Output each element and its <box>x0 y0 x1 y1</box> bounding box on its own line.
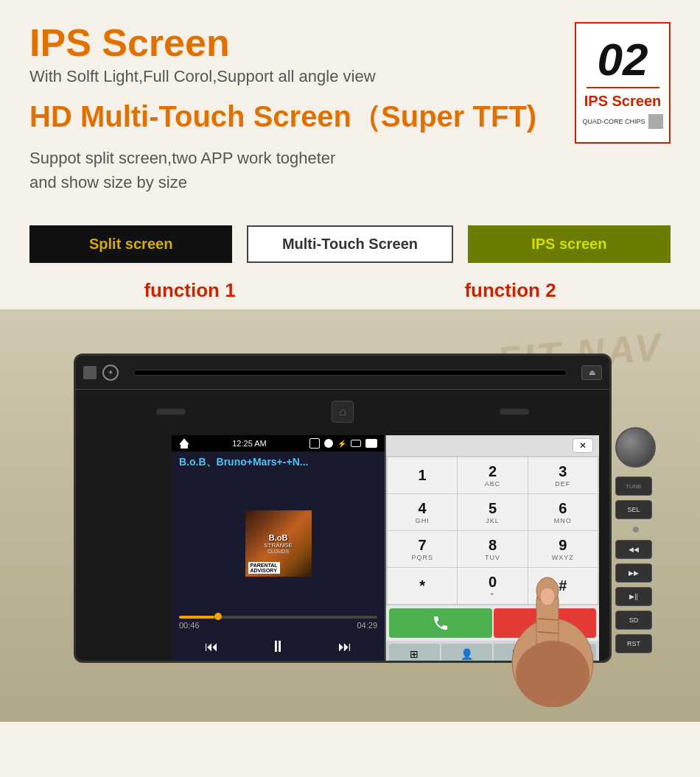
dialer-header: ✕ <box>386 435 599 456</box>
progress-bar-bg[interactable] <box>179 616 377 619</box>
bluetooth-icon: ⚡ <box>337 440 346 448</box>
android-icon <box>365 439 377 448</box>
functions-row: function 1 function 2 <box>29 279 671 302</box>
radio-top-bar: ✦ ⏏ <box>76 356 609 390</box>
music-status-bar: 12:25 AM ⚡ <box>172 435 385 451</box>
music-panel: 12:25 AM ⚡ B.o.B、Bruno+Mars+-+N... B <box>172 435 385 663</box>
ips-screen-button[interactable]: IPS screen <box>468 225 671 263</box>
phone-accept-icon <box>432 614 449 632</box>
music-album-area: B.oB STRANGE CLOUDS PARENTALADVISORY <box>172 474 385 613</box>
dialer-key-2[interactable]: 2ABC <box>458 457 527 493</box>
delete-button[interactable]: ✕ <box>573 438 593 453</box>
badge-number: 02 <box>598 37 648 82</box>
bottom-bar-fill <box>156 409 186 415</box>
dialer-key-6[interactable]: 6MNO <box>528 494 598 530</box>
dialer-key-5[interactable]: 5JKL <box>458 494 527 530</box>
next-track-button[interactable]: ⏭ <box>338 639 351 655</box>
badge-box: 02 IPS Screen QUAD-CORE CHIPS <box>575 22 671 144</box>
multi-touch-button[interactable]: Multi-Touch Screen <box>247 225 452 263</box>
bottom-bar-fill-2 <box>500 409 529 415</box>
location-icon <box>324 439 333 448</box>
chips-icon <box>648 114 663 129</box>
svg-point-6 <box>540 588 555 605</box>
support-text: Suppot split screen,two APP work toghete… <box>29 146 671 194</box>
split-screen-button[interactable]: Split screen <box>29 225 232 263</box>
album-art: B.oB STRANGE CLOUDS PARENTALADVISORY <box>245 510 312 577</box>
explicit-label: PARENTALADVISORY <box>248 562 280 574</box>
dialpad-icon-button[interactable]: ⊞ <box>389 644 440 663</box>
mic-dot <box>633 527 639 532</box>
badge-divider <box>587 87 659 88</box>
play-pause-button[interactable]: ⏸ <box>270 637 286 656</box>
dialer-key-4[interactable]: 4GHI <box>388 494 457 530</box>
progress-bar-fill <box>179 616 214 619</box>
time-total: 04:29 <box>357 621 377 630</box>
sun-icon <box>83 366 97 379</box>
music-progress[interactable]: 00:46 04:29 <box>172 613 385 633</box>
function-2-label: function 2 <box>464 279 556 302</box>
car-radio-wrapper: FIT NAV q1 MIC NAVI DISC ⌂ MAP TUNE SE <box>0 309 700 722</box>
call-accept-button[interactable] <box>389 608 492 638</box>
music-song-name: B.o.B、Bruno+Mars+-+N... <box>172 451 385 474</box>
radio-bottom-bar: ⌂ <box>76 390 609 434</box>
star-icon: ✦ <box>102 365 119 381</box>
dialer-key-3[interactable]: 3DEF <box>528 457 598 493</box>
top-icons-left: ✦ <box>83 365 119 381</box>
badge-ips-label: IPS Screen <box>584 93 662 110</box>
progress-dot <box>214 613 222 620</box>
svg-point-3 <box>516 641 589 707</box>
dialer-key-1[interactable]: 1 <box>388 457 457 493</box>
music-controls: ⏮ ⏸ ⏭ <box>172 633 385 663</box>
eject-button[interactable]: ⏏ <box>581 365 602 380</box>
disc-slot <box>133 370 567 376</box>
dialer-key-7[interactable]: 7PQRS <box>388 531 457 567</box>
status-time: 12:25 AM <box>194 439 305 448</box>
sel-button[interactable]: SEL <box>615 500 652 519</box>
finger-gesture <box>479 545 626 707</box>
badge-chips: QUAD-CORE CHIPS <box>582 114 662 129</box>
progress-times: 00:46 04:29 <box>179 621 377 630</box>
prev-track-button[interactable]: ⏮ <box>205 639 218 655</box>
finger-svg <box>479 545 626 707</box>
bob-text: B.oB <box>264 533 293 542</box>
tune-label: TUNE <box>615 477 652 496</box>
feature-buttons-row: Split screen Multi-Touch Screen IPS scre… <box>29 225 671 263</box>
tune-knob[interactable] <box>615 427 656 468</box>
dialer-key-star[interactable]: * <box>388 568 457 604</box>
home-icon <box>179 438 189 449</box>
function-1-label: function 1 <box>144 279 235 302</box>
top-section: IPS Screen With Solft Light,Full Corol,S… <box>0 0 700 209</box>
battery-icon <box>309 438 320 449</box>
time-current: 00:46 <box>179 621 200 630</box>
signal-icon <box>351 440 361 447</box>
home-icon-button[interactable]: ⌂ <box>332 401 354 423</box>
